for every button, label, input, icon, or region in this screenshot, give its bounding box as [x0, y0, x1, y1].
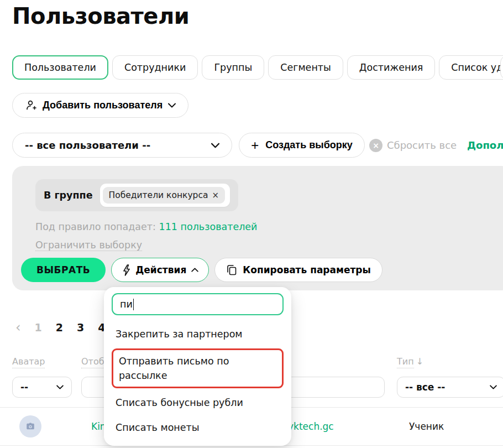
- add-user-button[interactable]: Добавить пользователя: [12, 93, 188, 118]
- actions-button[interactable]: Действия: [111, 258, 209, 282]
- selection-rule-panel: В группе Победители конкурса × Под прави…: [12, 166, 503, 290]
- actions-dropdown-menu: пи Закрепить за партнером Отправить пись…: [104, 287, 291, 446]
- copy-parameters-label: Копировать параметры: [243, 264, 371, 275]
- camera-icon: [25, 421, 35, 431]
- reset-all-button[interactable]: × Сбросить все: [369, 139, 463, 152]
- group-chip: Победители конкурса ×: [103, 187, 225, 204]
- avatar-filter-select[interactable]: --: [12, 377, 72, 398]
- chip-remove-icon[interactable]: ×: [212, 190, 219, 200]
- actions-search-value: пи: [120, 299, 133, 310]
- users-admin-page: Пользователи Пользователи Сотрудники Гру…: [0, 0, 503, 448]
- users-filter-value: -- все пользователи --: [25, 139, 150, 151]
- user-email-link[interactable]: yktech.gc: [288, 421, 334, 432]
- lightning-icon: [122, 264, 130, 276]
- create-selection-label: Создать выборку: [265, 139, 353, 151]
- group-filter-row: В группе Победители конкурса ×: [35, 179, 238, 211]
- avatar: [19, 415, 41, 437]
- users-filter-select[interactable]: -- все пользователи --: [12, 133, 232, 158]
- chevron-down-icon: [56, 385, 64, 389]
- page-3[interactable]: 3: [77, 321, 84, 334]
- menu-item-deduct-coins[interactable]: Списать монеты: [112, 420, 284, 435]
- add-user-label: Добавить пользователя: [43, 100, 163, 111]
- limit-selection-link[interactable]: Ограничить выборку: [35, 239, 142, 251]
- tab-staff[interactable]: Сотрудники: [112, 55, 198, 80]
- plus-icon: +: [251, 139, 259, 152]
- page-2[interactable]: 2: [56, 321, 63, 334]
- actions-search-input[interactable]: пи: [112, 293, 284, 315]
- person-plus-icon: [25, 100, 37, 112]
- section-tabs: Пользователи Сотрудники Группы Сегменты …: [12, 55, 503, 80]
- copy-icon: [226, 264, 237, 275]
- group-chip-label: Победители конкурса: [109, 190, 208, 200]
- column-header-display-name[interactable]: Отоб: [81, 356, 104, 367]
- copy-parameters-button[interactable]: Копировать параметры: [214, 258, 383, 282]
- rule-match-line: Под правило попадает: 111 пользователей: [35, 221, 503, 232]
- tab-users[interactable]: Пользователи: [12, 55, 108, 80]
- menu-item-deduct-bonus-rubles[interactable]: Списать бонусные рубли: [112, 395, 284, 410]
- page-1[interactable]: 1: [35, 321, 42, 334]
- group-filter-input[interactable]: Победители конкурса ×: [100, 184, 230, 207]
- chevron-down-icon: [211, 143, 219, 148]
- chevron-up-icon: [191, 268, 198, 272]
- type-filter-value: -- все --: [405, 382, 445, 393]
- pagination: ‹ 1 2 3 4: [15, 321, 106, 334]
- rule-match-text: Под правило попадает:: [35, 221, 156, 232]
- tab-achievements[interactable]: Достижения: [347, 55, 435, 80]
- sort-desc-icon: ↓: [416, 356, 423, 367]
- menu-item-assign-partner[interactable]: Закрепить за партнером: [112, 327, 284, 341]
- tab-groups[interactable]: Группы: [202, 55, 264, 80]
- tab-deleted-list[interactable]: Список удалений: [439, 55, 503, 80]
- reset-all-label: Сбросить все: [387, 139, 457, 151]
- prev-page-icon[interactable]: ‹: [15, 321, 21, 334]
- avatar-filter-value: --: [20, 382, 28, 393]
- type-filter-select[interactable]: -- все --: [397, 377, 503, 398]
- actions-button-label: Действия: [135, 264, 186, 275]
- column-header-avatar[interactable]: Аватар: [12, 356, 45, 367]
- more-filters-link[interactable]: Дополн: [467, 139, 503, 151]
- circle-x-icon: ×: [369, 139, 383, 152]
- filter-bar: -- все пользователи -- + Создать выборку…: [12, 133, 503, 158]
- text-caret: [133, 299, 134, 310]
- tab-clipped[interactable]: [500, 55, 503, 80]
- select-button[interactable]: ВЫБРАТЬ: [21, 258, 106, 282]
- tab-segments[interactable]: Сегменты: [268, 55, 343, 80]
- group-filter-label: В группе: [44, 190, 93, 201]
- create-selection-button[interactable]: + Создать выборку: [239, 133, 365, 158]
- panel-buttons: ВЫБРАТЬ Действия: [21, 258, 503, 282]
- user-type-value: Ученик: [409, 421, 444, 432]
- chevron-down-icon: [168, 103, 176, 108]
- column-header-type[interactable]: Тип↓: [397, 356, 423, 367]
- menu-item-send-newsletter-email[interactable]: Отправить письмо по рассылке: [112, 348, 284, 388]
- rule-match-count: 111 пользователей: [159, 221, 258, 232]
- page-title: Пользователи: [12, 3, 189, 29]
- chevron-down-icon: [490, 385, 497, 389]
